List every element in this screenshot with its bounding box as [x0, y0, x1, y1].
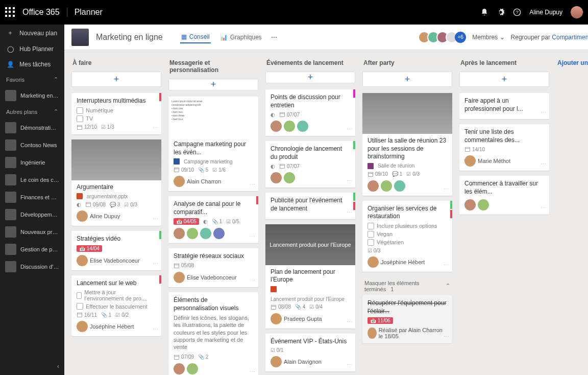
card-menu-icon[interactable]: ⋯ — [153, 261, 158, 267]
task-card[interactable]: Analyse de canal pour le comparatif...📅 … — [168, 196, 258, 243]
card-menu-icon[interactable]: ⋯ — [250, 369, 255, 375]
checklist-item[interactable]: TV — [77, 115, 156, 122]
plan-thumb — [5, 139, 16, 151]
add-task-button[interactable]: + — [71, 72, 161, 87]
card-menu-icon[interactable]: ⋯ — [250, 277, 255, 284]
completed-toggle[interactable]: Masquer les éléments terminés 1⌃ — [362, 277, 452, 295]
task-card[interactable]: Récupérer l'équipement pour l'éclair...📅… — [362, 295, 452, 343]
card-menu-icon[interactable]: ⋯ — [250, 233, 255, 240]
task-card[interactable]: Argumentaireargumentaire.pptx◐09/08💬 3☑ … — [71, 139, 161, 226]
card-menu-icon[interactable]: ⋯ — [444, 186, 449, 193]
bucket-title[interactable]: Messagerie et personnalisation — [168, 57, 258, 76]
card-menu-icon[interactable]: ⋯ — [541, 161, 546, 168]
plan-item[interactable]: Ingénierie — [0, 154, 64, 171]
task-card[interactable]: Stratégie réseaux sociaux05/08Élise Vade… — [168, 248, 258, 287]
card-menu-icon[interactable]: ⋯ — [347, 126, 352, 133]
task-card[interactable]: Publicité pour l'événement de lancement⋯ — [265, 193, 355, 219]
user-avatar[interactable] — [571, 6, 583, 18]
help-icon[interactable]: ? — [513, 8, 521, 16]
task-card[interactable]: Stratégies vidéo📅 14/04Élise Vadeboncoeu… — [71, 231, 161, 270]
checklist-item[interactable]: Végétarien — [368, 239, 447, 246]
task-card[interactable]: Commencer à travailler sur les élém...⋯ — [459, 176, 549, 214]
plan-item[interactable]: Discussion d'équipe — [0, 258, 64, 275]
more-members-badge[interactable]: +6 — [455, 32, 466, 43]
nav-nouveau-plan[interactable]: ＋Nouveau plan — [0, 25, 64, 41]
assignee-avatar — [187, 228, 198, 239]
card-title: Publicité pour l'événement de lancement — [271, 197, 350, 213]
bucket-title[interactable]: À faire — [71, 57, 161, 68]
add-task-button[interactable]: + — [265, 72, 355, 83]
task-card[interactable]: Événement VIP - États-Unis☑ 0/1Alain Dav… — [265, 334, 355, 372]
card-menu-icon[interactable]: ⋯ — [153, 125, 158, 131]
tab-conseil[interactable]: ▦Conseil — [180, 31, 211, 43]
checklist-item[interactable]: Numérique — [77, 107, 156, 114]
plan-item[interactable]: Finances et comptabilité — [0, 189, 64, 206]
checklist-item[interactable]: Vegan — [368, 231, 447, 238]
task-card[interactable]: Faire appel à un professionnel pour l...… — [459, 93, 549, 119]
settings-icon[interactable] — [497, 8, 505, 16]
more-menu[interactable]: ⋯ — [270, 32, 278, 43]
card-menu-icon[interactable]: ⋯ — [250, 181, 255, 188]
plan-members[interactable]: +6 — [421, 31, 466, 43]
task-card[interactable]: Éléments de personnalisation visuelsDéfi… — [168, 292, 258, 375]
card-menu-icon[interactable]: ⋯ — [347, 362, 352, 368]
bucket-title[interactable]: Après le lancement — [459, 57, 549, 68]
plan-item[interactable]: Contoso News — [0, 136, 64, 154]
plan-item[interactable]: Marketing en ligne — [0, 87, 64, 104]
card-title: Tenir une liste des commentaires des... — [464, 128, 544, 144]
other-plans-header[interactable]: Autres plans ⌃ — [0, 104, 64, 119]
status-icon: ◐ — [203, 219, 208, 224]
assignee-avatar — [284, 172, 295, 183]
card-menu-icon[interactable]: ⋯ — [347, 319, 352, 325]
task-card[interactable]: Lorem ipsum dolor sit ametconsectetur ad… — [168, 97, 258, 191]
favorites-header[interactable]: Favoris ⌃ — [0, 72, 64, 87]
chevron-up-icon: ⌃ — [446, 283, 450, 289]
checklist-item[interactable]: Mettre à jour l'environnement de pro... — [77, 289, 156, 301]
add-task-button[interactable]: + — [362, 72, 452, 87]
bucket-title[interactable]: Événements de lancement — [265, 57, 355, 68]
task-card[interactable]: Interrupteurs multimédiasNumériqueTV12/1… — [71, 93, 161, 134]
card-menu-icon[interactable]: ⋯ — [541, 109, 546, 116]
completed-by: Réalisé par Alain Charron le 18/05 — [379, 327, 447, 339]
group-by[interactable]: Regrouper par Compartiment ⌄ — [511, 34, 588, 41]
task-card[interactable]: Tenir une liste des commentaires des...1… — [459, 124, 549, 171]
app-launcher-icon[interactable] — [5, 7, 15, 17]
plan-item[interactable]: Nouveaux produits — [0, 223, 64, 241]
notifications-icon[interactable] — [480, 8, 488, 16]
task-card[interactable]: Organiser les services de restaurationIn… — [362, 201, 452, 272]
assignee-avatar — [200, 228, 211, 239]
nav-mes-tâches[interactable]: 👤Mes tâches — [0, 57, 64, 72]
topbar-right: ? Aline Dupuy — [480, 6, 583, 18]
checklist-item[interactable]: Inclure plusieurs options — [368, 223, 447, 229]
task-card[interactable]: Chronologie de lancement du produit◐07/0… — [265, 141, 355, 188]
plan-item[interactable]: Démonstration du build — [0, 119, 64, 136]
plan-thumb — [5, 90, 16, 101]
add-task-button[interactable]: + — [459, 72, 549, 87]
plan-item[interactable]: Gestion de projet — [0, 241, 64, 258]
nav-hub-planner[interactable]: ◯Hub Planner — [0, 41, 64, 57]
card-menu-icon[interactable]: ⋯ — [444, 334, 449, 340]
collapse-sidebar-icon[interactable]: ‹ — [57, 363, 59, 370]
card-menu-icon[interactable]: ⋯ — [444, 262, 449, 269]
assignee-name: Élise Vadeboncoeur — [90, 257, 140, 264]
task-card[interactable]: Lancement produit pour l'EuropePlan de l… — [265, 224, 355, 329]
add-bucket-link[interactable]: Ajouter un n — [556, 57, 588, 68]
checklist-item[interactable]: Effectuer le basculement — [77, 303, 156, 310]
card-menu-icon[interactable]: ⋯ — [153, 326, 158, 333]
bucket-title[interactable]: After party — [362, 57, 452, 68]
task-card[interactable]: Points de discussion pour entretien◐07/0… — [265, 89, 355, 136]
task-card[interactable]: Utiliser la salle de réunion 23 pour les… — [362, 93, 452, 196]
members-dropdown[interactable]: Membres ⌄ — [472, 34, 504, 41]
card-title: Stratégie réseaux sociaux — [174, 252, 253, 261]
card-menu-icon[interactable]: ⋯ — [347, 178, 352, 184]
due-date: 08/08 — [271, 304, 291, 310]
card-menu-icon[interactable]: ⋯ — [153, 216, 158, 223]
card-menu-icon[interactable]: ⋯ — [347, 209, 352, 216]
plan-item[interactable]: Le coin des cadres — [0, 171, 64, 189]
card-menu-icon[interactable]: ⋯ — [541, 205, 546, 212]
add-task-button[interactable]: + — [168, 79, 258, 90]
tab-graphiques[interactable]: 📊Graphiques — [219, 31, 263, 43]
plan-item[interactable]: Développement mobile — [0, 206, 64, 223]
task-card[interactable]: Lancement sur le webMettre à jour l'envi… — [71, 275, 161, 337]
category-tag — [353, 89, 355, 98]
